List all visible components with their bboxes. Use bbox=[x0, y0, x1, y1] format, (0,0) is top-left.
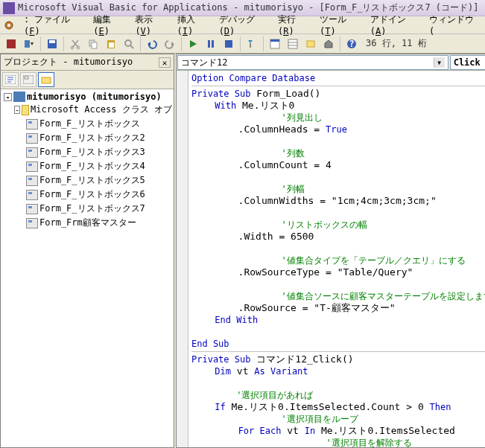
svg-marker-4 bbox=[31, 42, 34, 45]
procedure-combo-value: Click bbox=[454, 57, 481, 68]
project-explorer-button[interactable] bbox=[267, 36, 283, 52]
design-mode-button[interactable] bbox=[244, 36, 260, 52]
menu-run[interactable]: 実行(R) bbox=[273, 12, 315, 38]
object-combo-value: コマンド12 bbox=[181, 57, 227, 69]
toolbox-button[interactable] bbox=[320, 36, 337, 52]
menu-window[interactable]: ウィンドウ( bbox=[425, 12, 482, 38]
svg-line-14 bbox=[130, 45, 133, 48]
project-explorer-title-bar: プロジェクト - mitumorisyo ✕ bbox=[1, 54, 174, 71]
svg-rect-20 bbox=[225, 40, 232, 48]
view-object-button[interactable] bbox=[20, 72, 37, 87]
toggle-folders-button[interactable] bbox=[38, 72, 54, 87]
tree-item[interactable]: Form_F_リストボックス3 bbox=[2, 145, 172, 159]
menu-addins[interactable]: アドイン(A) bbox=[366, 12, 425, 38]
insert-dropdown-button[interactable] bbox=[21, 36, 37, 52]
form-icon bbox=[26, 218, 38, 228]
run-button[interactable] bbox=[185, 36, 201, 52]
svg-point-13 bbox=[125, 40, 131, 46]
undo-button[interactable] bbox=[144, 36, 160, 52]
reset-button[interactable] bbox=[221, 36, 237, 52]
help-button[interactable]: ? bbox=[343, 36, 360, 52]
project-explorer-close-button[interactable]: ✕ bbox=[159, 57, 171, 68]
system-menu-icon[interactable] bbox=[3, 19, 15, 31]
code-window: コマンド12 ▾ Click Option Compare Database P… bbox=[176, 54, 485, 448]
procedure-combo[interactable]: Click bbox=[450, 55, 485, 70]
svg-marker-17 bbox=[190, 40, 197, 48]
object-browser-button[interactable] bbox=[302, 36, 319, 52]
code-header: コマンド12 ▾ Click bbox=[177, 54, 485, 71]
project-explorer-title: プロジェクト - mitumorisyo bbox=[4, 56, 133, 68]
svg-rect-6 bbox=[49, 40, 55, 43]
menu-bar: : ファイル(F) 編集(E) 表示(V) 挿入(I) デバッグ(D) 実行(R… bbox=[0, 16, 485, 34]
tree-item[interactable]: Form_F_リストボックス4 bbox=[2, 159, 172, 173]
form-icon bbox=[26, 161, 38, 172]
svg-rect-22 bbox=[250, 43, 251, 48]
break-button[interactable] bbox=[203, 36, 219, 52]
folder-label: Microsoft Access クラス オブ bbox=[31, 103, 172, 116]
svg-rect-36 bbox=[25, 77, 28, 79]
svg-marker-21 bbox=[248, 40, 253, 43]
form-icon bbox=[26, 133, 38, 144]
folder-node[interactable]: - Microsoft Access クラス オブ bbox=[2, 103, 172, 117]
chevron-down-icon: ▾ bbox=[434, 57, 445, 68]
project-root-label: mitumorisyo (mitumorisyo) bbox=[27, 92, 162, 102]
menu-file[interactable]: : ファイル(F) bbox=[19, 12, 89, 38]
svg-rect-18 bbox=[208, 40, 210, 48]
menu-insert[interactable]: 挿入(I) bbox=[173, 12, 215, 38]
find-button[interactable] bbox=[121, 36, 137, 52]
tree-item[interactable]: Form_Frm顧客マスター bbox=[2, 216, 172, 230]
menu-edit[interactable]: 編集(E) bbox=[89, 12, 130, 38]
menu-view[interactable]: 表示(V) bbox=[130, 12, 172, 38]
tree-item[interactable]: Form_F_リストボックス2 bbox=[2, 131, 172, 145]
tree-item[interactable]: Form_F_リストボックス6 bbox=[2, 188, 172, 202]
folder-icon bbox=[22, 105, 29, 115]
svg-rect-12 bbox=[109, 42, 114, 48]
cut-button[interactable] bbox=[67, 36, 83, 52]
properties-button[interactable] bbox=[285, 36, 301, 52]
app-icon bbox=[3, 2, 15, 14]
svg-rect-28 bbox=[307, 41, 314, 47]
view-code-button[interactable] bbox=[2, 72, 19, 87]
code-editor[interactable]: Option Compare Database Private Sub Form… bbox=[188, 71, 485, 447]
project-root-node[interactable]: - mitumorisyo (mitumorisyo) bbox=[2, 91, 172, 103]
svg-rect-10 bbox=[92, 42, 97, 48]
code-margin[interactable] bbox=[177, 71, 188, 447]
svg-text:?: ? bbox=[349, 39, 354, 49]
paste-button[interactable] bbox=[103, 36, 119, 52]
form-icon bbox=[26, 190, 38, 200]
tree-item[interactable]: Form_F_リストボックス5 bbox=[2, 173, 172, 188]
svg-rect-37 bbox=[42, 77, 51, 83]
collapse-icon[interactable]: - bbox=[4, 93, 12, 101]
svg-rect-25 bbox=[288, 39, 297, 48]
svg-rect-2 bbox=[7, 39, 16, 48]
svg-rect-3 bbox=[25, 40, 30, 48]
menu-tools[interactable]: ツール(T) bbox=[315, 12, 366, 38]
copy-button[interactable] bbox=[85, 36, 101, 52]
svg-rect-19 bbox=[212, 40, 214, 48]
cursor-position: 36 行, 11 桁 bbox=[366, 37, 427, 50]
svg-point-1 bbox=[7, 24, 10, 27]
svg-rect-24 bbox=[270, 39, 279, 42]
tree-item[interactable]: Form_F_リストボックス bbox=[2, 117, 172, 131]
save-button[interactable] bbox=[44, 36, 60, 52]
redo-button[interactable] bbox=[162, 36, 178, 52]
form-icon bbox=[26, 204, 38, 214]
project-icon bbox=[13, 92, 25, 102]
menu-debug[interactable]: デバッグ(D) bbox=[215, 12, 273, 38]
object-combo[interactable]: コマンド12 ▾ bbox=[177, 55, 448, 70]
form-icon bbox=[26, 119, 38, 129]
form-icon bbox=[26, 147, 38, 158]
project-tree[interactable]: - mitumorisyo (mitumorisyo) - Microsoft … bbox=[1, 89, 174, 447]
project-explorer-toolbar bbox=[1, 71, 174, 89]
collapse-icon[interactable]: - bbox=[14, 106, 20, 114]
project-explorer: プロジェクト - mitumorisyo ✕ - mitumorisyo (mi… bbox=[0, 54, 174, 448]
tree-item[interactable]: Form_F_リストボックス7 bbox=[2, 202, 172, 216]
view-access-button[interactable] bbox=[3, 36, 19, 52]
form-icon bbox=[26, 176, 38, 186]
